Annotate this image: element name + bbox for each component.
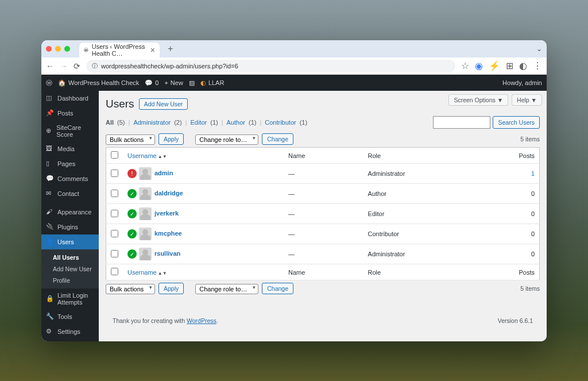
sidebar-item-pages[interactable]: ▯Pages xyxy=(41,156,99,171)
avatar xyxy=(139,248,152,260)
wp-admin-bar: ⓦ 🏠 WordPress Health Check 💬 0 + New ▨ ◐… xyxy=(41,75,547,91)
sidebar-item-limit-login[interactable]: 🔒Limit Login Attempts xyxy=(41,288,99,309)
change-role-button[interactable]: Change xyxy=(262,133,293,145)
sidebar-item-acf[interactable]: ◆ACF xyxy=(41,339,99,341)
table-row: ✓rsullivan—Administrator0 xyxy=(106,244,540,264)
sidebar-item-media[interactable]: 🖼Media xyxy=(41,141,99,156)
browser-tab[interactable]: Users ‹ WordPress Health C… × xyxy=(79,43,160,57)
apply-bulk-button[interactable]: Apply xyxy=(158,133,184,145)
sidebar-item-contact[interactable]: ✉Contact xyxy=(41,186,99,201)
items-count-top: 5 items xyxy=(520,136,540,143)
cell-posts: 0 xyxy=(505,224,540,244)
screen-options-tab[interactable]: Screen Options ▼ xyxy=(448,94,508,106)
chevron-down-icon[interactable]: ⌄ xyxy=(536,45,542,53)
sidebar-sub-all-users[interactable]: All Users xyxy=(41,252,99,263)
url-field[interactable]: ⓘ wordpresshealthcheck/wp-admin/users.ph… xyxy=(86,60,455,72)
forward-button[interactable]: → xyxy=(60,61,68,71)
site-info-icon[interactable]: ⓘ xyxy=(92,62,98,70)
col-username-bottom[interactable]: Username▲▼ xyxy=(127,269,167,276)
alert-icon: ! xyxy=(127,169,137,178)
row-checkbox[interactable] xyxy=(111,230,118,237)
window-controls xyxy=(46,46,70,52)
add-new-user-button[interactable]: Add New User xyxy=(139,98,188,110)
llar-link[interactable]: ◐ LLAR xyxy=(200,79,225,87)
page-title: Users xyxy=(106,98,134,110)
howdy-link[interactable]: Howdy, admin xyxy=(502,79,542,86)
pages-icon: ▯ xyxy=(46,160,54,168)
username-link[interactable]: jverkerk xyxy=(154,210,179,217)
filter-editor[interactable]: Editor xyxy=(190,119,207,126)
search-users-button[interactable]: Search Users xyxy=(493,116,540,129)
row-checkbox[interactable] xyxy=(111,190,118,197)
search-users-input[interactable] xyxy=(433,116,490,129)
change-role-button-bottom[interactable]: Change xyxy=(262,283,293,294)
sidebar-item-settings[interactable]: ⚙Settings xyxy=(41,324,99,339)
extensions-icon[interactable]: ⊞ xyxy=(506,60,513,71)
sidebar-sub-profile[interactable]: Profile xyxy=(41,275,99,286)
sidebar-item-plugins[interactable]: 🔌Plugins xyxy=(41,220,99,234)
address-bar: ← → ⟳ ⓘ wordpresshealthcheck/wp-admin/us… xyxy=(41,57,547,75)
row-checkbox[interactable] xyxy=(111,170,118,177)
yoast-bar-icon[interactable]: ▨ xyxy=(189,79,195,87)
change-role-select[interactable]: Change role to… xyxy=(195,134,258,145)
col-username[interactable]: Username▲▼ xyxy=(127,152,167,159)
col-role: Role xyxy=(363,148,505,164)
row-checkbox[interactable] xyxy=(111,210,118,217)
select-all-checkbox[interactable] xyxy=(111,151,118,159)
main-content: Screen Options ▼ Help ▼ Users Add New Us… xyxy=(99,91,547,341)
new-tab-button[interactable]: + xyxy=(164,44,176,54)
bulk-actions-select-bottom[interactable]: Bulk actions xyxy=(106,284,155,294)
sidebar-item-appearance[interactable]: 🖌Appearance xyxy=(41,205,99,220)
extension-icon-2[interactable]: ⚡ xyxy=(489,60,500,71)
apply-bulk-button-bottom[interactable]: Apply xyxy=(158,283,184,294)
row-checkbox[interactable] xyxy=(111,250,118,257)
change-role-select-bottom[interactable]: Change role to… xyxy=(195,284,258,294)
new-content-link[interactable]: + New xyxy=(164,79,183,86)
account-icon[interactable]: ◐ xyxy=(519,60,527,71)
select-all-checkbox-bottom[interactable] xyxy=(111,268,118,275)
sidebar-item-sitecare[interactable]: ⊕SiteCare Score xyxy=(41,121,99,141)
close-window-icon[interactable] xyxy=(46,46,52,52)
sidebar-item-dashboard[interactable]: ◫Dashboard xyxy=(41,91,99,106)
maximize-window-icon[interactable] xyxy=(64,46,70,52)
wp-body: ◫Dashboard 📌Posts ⊕SiteCare Score 🖼Media… xyxy=(41,91,547,341)
col-posts-bottom: Posts xyxy=(505,264,540,280)
minimize-window-icon[interactable] xyxy=(55,46,61,52)
pin-icon: 📌 xyxy=(46,109,54,117)
comments-link[interactable]: 💬 0 xyxy=(145,79,158,87)
cell-name: — xyxy=(284,204,363,224)
media-icon: 🖼 xyxy=(46,145,54,153)
col-role-bottom: Role xyxy=(363,264,505,280)
menu-icon[interactable]: ⋮ xyxy=(533,60,542,71)
sidebar-item-tools[interactable]: 🔧Tools xyxy=(41,309,99,324)
filter-administrator[interactable]: Administrator xyxy=(133,119,171,126)
username-link[interactable]: rsullivan xyxy=(154,250,180,257)
sidebar-users-submenu: All Users Add New User Profile xyxy=(41,249,99,288)
col-name: Name xyxy=(284,148,363,164)
filter-contributor[interactable]: Contributor xyxy=(265,119,296,126)
bulk-actions-select[interactable]: Bulk actions xyxy=(106,134,155,145)
username-link[interactable]: admin xyxy=(154,170,173,176)
username-link[interactable]: daldridge xyxy=(154,190,183,197)
site-link[interactable]: 🏠 WordPress Health Check xyxy=(58,79,139,87)
wordpress-link[interactable]: WordPress xyxy=(187,317,216,324)
plug-icon: 🔌 xyxy=(46,223,54,231)
back-button[interactable]: ← xyxy=(46,61,54,71)
help-tab[interactable]: Help ▼ xyxy=(512,94,542,106)
admin-footer: Thank you for creating with WordPress. V… xyxy=(106,311,540,330)
cell-posts: 0 xyxy=(505,184,540,204)
posts-link[interactable]: 1 xyxy=(531,170,535,177)
reload-button[interactable]: ⟳ xyxy=(74,61,80,71)
username-link[interactable]: kmcphee xyxy=(154,230,182,237)
mail-icon: ✉ xyxy=(46,190,54,198)
sidebar-item-users[interactable]: 👤Users xyxy=(41,234,99,249)
extension-icon-1[interactable]: ◉ xyxy=(475,60,483,71)
sidebar-item-posts[interactable]: 📌Posts xyxy=(41,106,99,121)
close-tab-icon[interactable]: × xyxy=(150,45,155,55)
filter-author[interactable]: Author xyxy=(227,119,245,126)
wp-logo-icon[interactable]: ⓦ xyxy=(46,79,52,87)
star-icon[interactable]: ☆ xyxy=(461,60,469,71)
sidebar-item-comments[interactable]: 💬Comments xyxy=(41,171,99,186)
filter-all[interactable]: All xyxy=(106,119,114,126)
sidebar-sub-add-user[interactable]: Add New User xyxy=(41,263,99,275)
